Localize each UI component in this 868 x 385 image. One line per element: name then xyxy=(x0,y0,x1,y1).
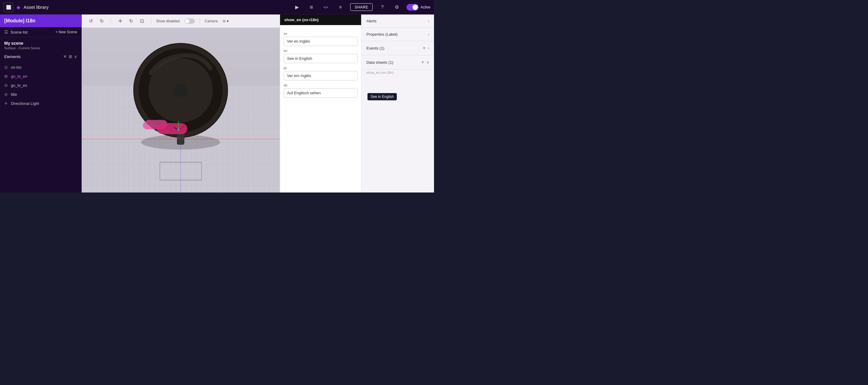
alerts-section[interactable]: Alerts › xyxy=(362,14,434,28)
properties-chevron-icon: › xyxy=(428,32,429,37)
element-label: ox-iso xyxy=(11,65,22,69)
coord-label: 25cm xyxy=(177,136,185,140)
element-icon: ⊘ xyxy=(4,92,8,97)
lang-label-en: en xyxy=(284,49,358,53)
module-header: [Module] I18n xyxy=(0,14,81,27)
elements-expand-button[interactable]: ∨ xyxy=(74,54,77,59)
new-scene-button[interactable]: + New Scene xyxy=(55,30,77,34)
app-logo-icon: ◈ xyxy=(16,4,21,10)
list-item[interactable]: ◎ ox-iso xyxy=(0,63,81,72)
svg-rect-11 xyxy=(189,87,208,93)
alerts-chevron-icon: › xyxy=(428,19,429,23)
my-scene-title: My scene xyxy=(4,41,77,45)
canvas-3d[interactable]: 25cm xyxy=(82,28,280,193)
element-label: Directional Light xyxy=(11,101,39,106)
i18n-input-de[interactable] xyxy=(284,88,358,98)
data-sheets-header: Data sheets (1) + ∨ xyxy=(362,55,434,69)
list-item[interactable]: ⊘ go_to_en xyxy=(0,72,81,81)
properties-label: Properties (Label) xyxy=(366,32,397,37)
canvas-area: ↺ ↻ ✛ ↻ ⊡ Show disabled Camera ⊙ ▾ xyxy=(82,14,280,193)
elements-actions: ✕ ⊞ ∨ xyxy=(63,54,77,59)
active-label: Active xyxy=(421,5,430,9)
play-button[interactable]: ▶ xyxy=(292,2,302,12)
elements-add-button[interactable]: ⊞ xyxy=(69,54,72,59)
data-sheets-expand-icon: ∨ xyxy=(427,60,429,64)
data-sheets-add-icon[interactable]: + xyxy=(421,60,424,65)
tooltip-text: See in English xyxy=(371,95,394,99)
doc-button[interactable]: ≡ xyxy=(336,2,345,12)
lang-label-pt: pt xyxy=(284,66,358,70)
list-item[interactable]: ⊘ go_to_es xyxy=(0,81,81,90)
scene-bar: ☰ Scene list + New Scene xyxy=(0,27,81,37)
camera-circle-icon: ⊙ xyxy=(223,19,226,23)
data-sheets-section[interactable]: Data sheets (1) + ∨ xyxy=(362,55,434,69)
scale-tool-button[interactable]: ⊡ xyxy=(137,17,146,25)
right-panel: show_en (ox-i18n) es en pt de Alerts › xyxy=(280,14,434,193)
i18n-input-en[interactable] xyxy=(284,54,358,63)
lang-label-es: es xyxy=(284,32,358,35)
element-label: go_to_es xyxy=(11,83,27,88)
topbar-left: ⬜ ◈ Asset library xyxy=(4,2,288,12)
svg-point-20 xyxy=(178,129,179,131)
help-button[interactable]: ? xyxy=(377,2,387,12)
redo-button[interactable]: ↻ xyxy=(97,17,106,25)
alerts-header: Alerts › xyxy=(362,14,434,28)
camera-select[interactable]: ⊙ ▾ xyxy=(223,19,229,23)
i18n-input-es[interactable] xyxy=(284,37,358,46)
element-label: go_to_en xyxy=(11,74,27,78)
events-add-icon[interactable]: + xyxy=(423,45,426,51)
my-scene-subtitle: Surface - Current Scene xyxy=(4,46,77,50)
svg-rect-10 xyxy=(154,87,172,93)
app-window-icon[interactable]: ⬜ xyxy=(4,2,13,12)
share-button[interactable]: SHARE xyxy=(350,3,373,11)
undo-button[interactable]: ↺ xyxy=(87,17,95,25)
show-disabled-knob xyxy=(185,19,189,23)
events-section[interactable]: Events (1) + › xyxy=(362,41,434,55)
show-disabled-label: Show disabled xyxy=(156,19,180,23)
undo-redo-group: ↺ ↻ xyxy=(87,17,106,25)
data-sheets-label: Data sheets (1) xyxy=(366,60,393,65)
i18n-header: show_en (ox-i18n) xyxy=(280,14,361,25)
module-title: [Module] I18n xyxy=(4,18,35,23)
canvas-toolbar: ↺ ↻ ✛ ↻ ⊡ Show disabled Camera ⊙ ▾ xyxy=(82,14,280,28)
list-item[interactable]: ✳ Directional Light xyxy=(0,99,81,108)
toggle-switch[interactable] xyxy=(406,4,418,10)
properties-section[interactable]: Properties (Label) › xyxy=(362,28,434,41)
element-icon: ✳ xyxy=(4,101,8,106)
i18n-panel: show_en (ox-i18n) es en pt de xyxy=(280,14,362,193)
toggle-knob xyxy=(412,4,418,10)
events-header: Events (1) + › xyxy=(362,41,434,55)
events-actions: + › xyxy=(423,45,429,51)
properties-panel: Alerts › Properties (Label) › Events (1)… xyxy=(362,14,434,193)
scene-list-label: Scene list xyxy=(10,30,53,34)
elements-label: Elements xyxy=(4,54,61,59)
element-label: title xyxy=(11,92,17,97)
list-item[interactable]: ⊘ title xyxy=(0,90,81,99)
element-icon: ⊘ xyxy=(4,74,8,78)
i18n-input-pt[interactable] xyxy=(284,71,358,81)
menu-icon: ☰ xyxy=(4,30,8,34)
element-icon: ◎ xyxy=(4,65,8,69)
element-icon: ⊘ xyxy=(4,83,8,88)
events-chevron-icon: › xyxy=(428,46,429,50)
move-tool-button[interactable]: ✛ xyxy=(116,17,124,25)
topbar-right: ▶ ⊞ </> ≡ SHARE ? ⚙ Active xyxy=(292,2,430,12)
element-list: ◎ ox-iso ⊘ go_to_en ⊘ go_to_es ⊘ title ✳… xyxy=(0,61,81,109)
properties-header: Properties (Label) › xyxy=(362,28,434,41)
alerts-label: Alerts xyxy=(366,19,376,23)
settings-button[interactable]: ⚙ xyxy=(392,2,402,12)
rotate-tool-button[interactable]: ↻ xyxy=(127,17,135,25)
grid-button[interactable]: ⊞ xyxy=(307,2,316,12)
code-button[interactable]: </> xyxy=(321,2,331,12)
main-layout: [Module] I18n ☰ Scene list + New Scene M… xyxy=(0,14,434,193)
lang-label-de: de xyxy=(284,84,358,87)
svg-point-13 xyxy=(174,84,188,97)
left-sidebar: [Module] I18n ☰ Scene list + New Scene M… xyxy=(0,14,82,193)
topbar: ⬜ ◈ Asset library ▶ ⊞ </> ≡ SHARE ? ⚙ Ac… xyxy=(0,0,434,14)
app-title: Asset library xyxy=(24,4,49,10)
active-toggle[interactable]: Active xyxy=(406,4,430,10)
elements-header: Elements ✕ ⊞ ∨ xyxy=(0,52,81,61)
camera-chevron-icon: ▾ xyxy=(227,19,229,23)
show-disabled-toggle[interactable] xyxy=(185,19,195,24)
elements-close-button[interactable]: ✕ xyxy=(63,54,67,59)
